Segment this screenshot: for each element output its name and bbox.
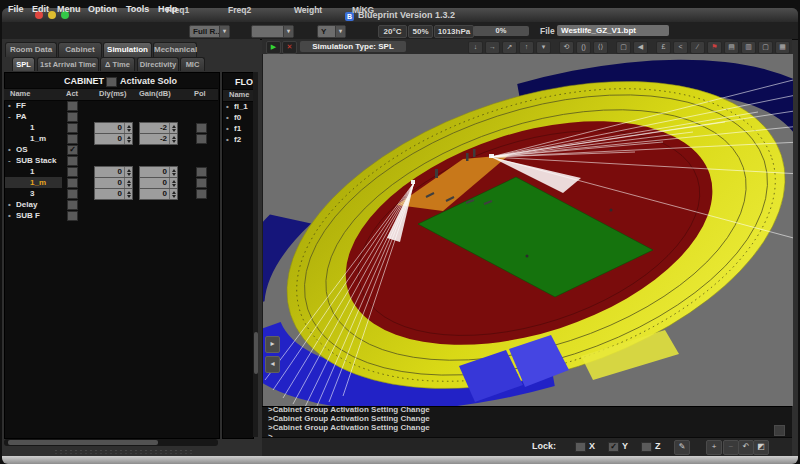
- left-panel-vertical-scrollbar[interactable]: [253, 72, 258, 437]
- dly-spinner-row7-spin-arrows[interactable]: [124, 178, 132, 188]
- floor-item-fl_1[interactable]: fl_1: [234, 102, 254, 111]
- gain-spinner-row7-spin-arrows[interactable]: [169, 178, 177, 188]
- lock-y-checkbox[interactable]: ✓: [608, 442, 619, 452]
- pol-checkbox-row7[interactable]: [196, 178, 207, 188]
- undo-icon[interactable]: ↶: [738, 440, 754, 455]
- gain-spinner-row8-spin-arrows[interactable]: [169, 189, 177, 199]
- pol-checkbox-row3[interactable]: [196, 134, 207, 144]
- subtab-spl[interactable]: SPL: [12, 57, 35, 71]
- file-name-field[interactable]: Westlife_GZ_V1.bpt: [557, 25, 669, 36]
- gain-spinner-row8[interactable]: 0: [139, 188, 178, 200]
- activate-solo-checkbox[interactable]: [106, 77, 117, 87]
- freq2-select[interactable]: ▾: [251, 25, 294, 38]
- act-checkbox-row7[interactable]: [67, 178, 78, 188]
- cabinet-group-sub-stack[interactable]: SUB Stack: [16, 156, 64, 165]
- dly-spinner-row8[interactable]: 0: [94, 188, 133, 200]
- cabinet-group-ff[interactable]: FF: [16, 101, 64, 110]
- freq1-select[interactable]: Full R... ▾: [189, 25, 230, 38]
- tab-simulation[interactable]: Simulation: [103, 42, 152, 57]
- run-simulation-button[interactable]: ▶: [266, 41, 281, 54]
- cabinet-item-1[interactable]: 1: [30, 123, 64, 132]
- unit-toggle[interactable]: M/KG: [352, 5, 374, 15]
- orbit-horizontal-icon[interactable]: (): [576, 41, 591, 54]
- floor-item-f0[interactable]: f0: [234, 113, 254, 122]
- tree-bullet[interactable]: •: [226, 102, 229, 111]
- act-checkbox-row4[interactable]: ✓: [67, 145, 78, 155]
- tab-mechanical[interactable]: Mechanical: [153, 42, 197, 57]
- act-checkbox-row2[interactable]: [67, 123, 78, 133]
- act-checkbox-row9[interactable]: [67, 200, 78, 210]
- horizontal-scrollbar-thumb[interactable]: [8, 440, 158, 445]
- weight-select[interactable]: Y ▾: [317, 25, 346, 38]
- subtab-directivity[interactable]: Directivity: [137, 57, 179, 71]
- vertical-scrollbar-thumb[interactable]: [254, 332, 258, 374]
- gain-spinner-row2-spin-arrows[interactable]: [169, 123, 177, 133]
- window-bottom-edge[interactable]: [2, 456, 798, 464]
- pol-checkbox-row8[interactable]: [196, 189, 207, 199]
- act-checkbox-row8[interactable]: [67, 189, 78, 199]
- act-checkbox-row0[interactable]: [67, 101, 78, 111]
- collapse-panel-button[interactable]: ◂: [265, 356, 280, 373]
- subtab-mic[interactable]: MIC: [180, 57, 205, 71]
- floor-item-f2[interactable]: f2: [234, 135, 254, 144]
- tree-bullet[interactable]: •: [8, 145, 11, 154]
- menu-help[interactable]: Help: [158, 4, 178, 14]
- edit-pencil-icon[interactable]: ✎: [674, 440, 690, 455]
- stop-simulation-button[interactable]: ✕: [282, 41, 297, 54]
- rotate-icon[interactable]: ⟲: [559, 41, 574, 54]
- tab-cabinet[interactable]: Cabinet: [58, 42, 102, 57]
- folder-icon[interactable]: ▥: [741, 41, 756, 54]
- arrow-up-right-icon[interactable]: ↗: [502, 41, 517, 54]
- panel-icon[interactable]: ▤: [724, 41, 739, 54]
- dly-spinner-row3[interactable]: 0: [94, 133, 133, 145]
- tree-bullet[interactable]: -: [8, 112, 11, 121]
- lock-z-checkbox[interactable]: [641, 442, 652, 452]
- snapshot-icon[interactable]: ◩: [753, 440, 769, 455]
- tree-bullet[interactable]: •: [226, 124, 229, 133]
- menu-option[interactable]: Option: [88, 4, 117, 14]
- cabinet-item-1_m[interactable]: 1_m: [30, 178, 64, 187]
- pressure-value[interactable]: 1013hPa: [434, 25, 474, 38]
- cabinet-item-1[interactable]: 1: [30, 167, 64, 176]
- arrow-right-icon[interactable]: →: [485, 41, 500, 54]
- cabinet-group-sub-f[interactable]: SUB F: [16, 211, 64, 220]
- menu-file[interactable]: File: [8, 4, 24, 14]
- cabinet-group-delay[interactable]: Delay: [16, 200, 64, 209]
- slash-icon[interactable]: ∕: [690, 41, 705, 54]
- square-icon[interactable]: ▢: [758, 41, 773, 54]
- act-checkbox-row10[interactable]: [67, 211, 78, 221]
- left-panel-horizontal-scrollbar[interactable]: [4, 439, 218, 446]
- humidity-value[interactable]: 50%: [408, 25, 433, 38]
- lock-x-checkbox[interactable]: [575, 442, 586, 452]
- monitor-icon[interactable]: ▢: [616, 41, 631, 54]
- arrow-up-icon[interactable]: ↑: [519, 41, 534, 54]
- cabinet-item-3[interactable]: 3: [30, 189, 64, 198]
- chevron-down-icon[interactable]: ▾: [536, 41, 551, 54]
- remove-icon[interactable]: −: [723, 440, 739, 455]
- tab-room-data[interactable]: Room Data: [5, 42, 57, 57]
- act-checkbox-row1[interactable]: [67, 112, 78, 122]
- tree-bullet[interactable]: •: [226, 113, 229, 122]
- viewport-3d[interactable]: ▸ ◂: [262, 54, 793, 406]
- subtab-1st-arrival-time[interactable]: 1st Arrival Time: [37, 57, 99, 71]
- act-checkbox-row3[interactable]: [67, 134, 78, 144]
- tree-bullet[interactable]: •: [8, 101, 11, 110]
- flag-icon[interactable]: ⚑: [707, 41, 722, 54]
- add-icon[interactable]: +: [706, 440, 722, 455]
- tree-bullet[interactable]: -: [8, 156, 11, 165]
- gain-spinner-row3[interactable]: -2: [139, 133, 178, 145]
- arrow-down-icon[interactable]: ↓: [468, 41, 483, 54]
- tree-bullet[interactable]: •: [8, 211, 11, 220]
- tree-bullet[interactable]: •: [226, 135, 229, 144]
- temperature-value[interactable]: 20°C: [378, 25, 407, 38]
- dly-spinner-row8-spin-arrows[interactable]: [124, 189, 132, 199]
- gain-spinner-row3-spin-arrows[interactable]: [169, 134, 177, 144]
- cabinet-group-os[interactable]: OS: [16, 145, 64, 154]
- cabinet-item-1_m[interactable]: 1_m: [30, 134, 64, 143]
- console-scrollbar[interactable]: [774, 425, 785, 436]
- dly-spinner-row3-spin-arrows[interactable]: [124, 134, 132, 144]
- subtab-δ-time[interactable]: Δ Time: [100, 57, 135, 71]
- act-checkbox-row6[interactable]: [67, 167, 78, 177]
- menu-tools[interactable]: Tools: [126, 4, 149, 14]
- dly-spinner-row6-spin-arrows[interactable]: [124, 167, 132, 177]
